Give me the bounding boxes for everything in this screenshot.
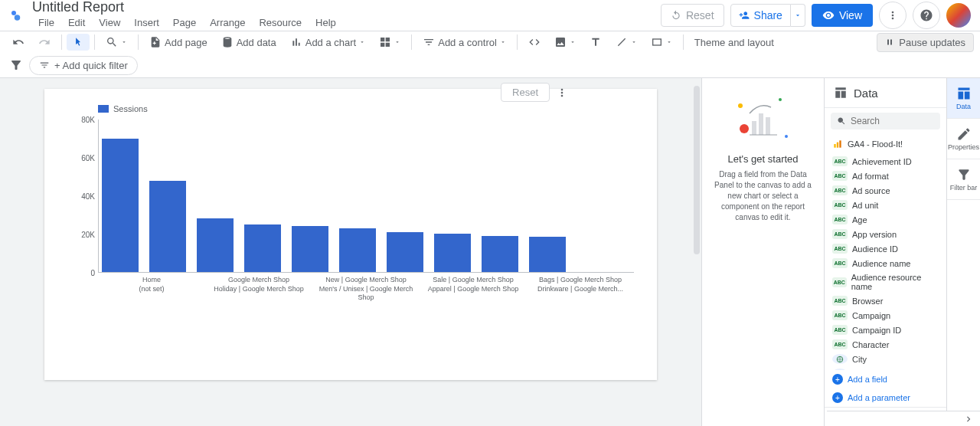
bar[interactable] [339, 228, 376, 272]
add-quick-filter[interactable]: + Add quick filter [29, 56, 138, 75]
menu-view[interactable]: View [93, 14, 126, 31]
page-nav[interactable] [827, 411, 980, 426]
field-item[interactable]: ABCAudience ID [825, 241, 946, 256]
add-control-button[interactable]: Add a control [416, 33, 512, 51]
embed-button[interactable] [522, 33, 547, 51]
chart-icon [290, 36, 302, 48]
data-source[interactable]: GA4 - Flood-It! [825, 134, 946, 154]
reset-button-top[interactable]: Reset [661, 4, 724, 27]
menu-file[interactable]: File [32, 14, 60, 31]
line-button[interactable] [609, 33, 643, 51]
report-page[interactable]: Sessions 80K 60K 40K 20K 0 HomeGoogle Me… [44, 89, 657, 380]
field-item[interactable]: ABCBrowser [825, 293, 946, 308]
filter-toggle[interactable] [9, 58, 23, 72]
menu-arrange[interactable]: Arrange [204, 14, 251, 31]
x-label: Men's / Unisex | Google Merch Shop [312, 285, 420, 303]
text-button[interactable] [583, 33, 608, 51]
redo-button[interactable] [32, 33, 57, 51]
svg-rect-13 [839, 140, 841, 147]
report-title[interactable]: Untitled Report [32, 0, 661, 15]
looker-studio-logo[interactable] [9, 8, 23, 22]
shape-button[interactable] [645, 33, 678, 51]
bar[interactable] [197, 218, 234, 272]
rail-properties[interactable]: Properties [947, 119, 980, 159]
field-item[interactable]: ABCAchievement ID [825, 154, 946, 169]
help-icon [920, 8, 933, 22]
more-vert-icon [887, 9, 899, 21]
menu-insert[interactable]: Insert [128, 14, 165, 31]
field-search[interactable] [831, 113, 940, 129]
bar[interactable] [529, 237, 566, 272]
community-viz-button[interactable] [373, 33, 407, 51]
database-icon [221, 36, 234, 48]
undo-button[interactable] [6, 33, 31, 51]
pause-icon [885, 38, 894, 47]
menu-page[interactable]: Page [167, 14, 202, 31]
abc-icon: ABC [832, 156, 848, 166]
share-button[interactable]: Share [730, 4, 791, 27]
rail-filter-bar[interactable]: Filter bar [947, 159, 980, 200]
more-options-button[interactable] [879, 2, 906, 29]
add-field-button[interactable]: + Add a field [825, 370, 946, 388]
bar[interactable] [482, 236, 518, 272]
field-item[interactable]: ABCAudience name [825, 256, 946, 270]
x-label: Holiday | Google Merch Shop [205, 285, 312, 303]
legend-swatch [98, 105, 109, 113]
menu-help[interactable]: Help [309, 14, 342, 31]
bar[interactable] [102, 139, 139, 272]
canvas-more-button[interactable] [553, 84, 571, 102]
bar[interactable] [387, 232, 423, 272]
image-button[interactable] [548, 33, 582, 51]
field-item[interactable]: ABCCharacter [825, 337, 946, 352]
menu-edit[interactable]: Edit [62, 14, 91, 31]
rail-data[interactable]: Data [947, 78, 980, 119]
field-item[interactable]: ABCCampaign ID [825, 323, 946, 337]
bar[interactable] [434, 234, 471, 272]
search-input[interactable] [851, 116, 934, 126]
select-tool[interactable] [67, 34, 90, 51]
view-button[interactable]: View [812, 4, 873, 27]
svg-point-5 [779, 98, 782, 101]
add-page-button[interactable]: Add page [143, 33, 214, 51]
field-item[interactable]: ABCAge [825, 212, 946, 227]
get-started-panel: Let's get started Drag a field from the … [701, 77, 824, 426]
field-label: Achievement ID [852, 157, 912, 166]
table-icon [956, 86, 972, 101]
bar[interactable] [292, 226, 328, 272]
field-label: Ad source [852, 186, 890, 195]
theme-layout-button[interactable]: Theme and layout [688, 34, 780, 51]
menu-resource[interactable]: Resource [253, 14, 308, 31]
bar[interactable] [244, 224, 281, 272]
abc-icon: ABC [832, 296, 848, 306]
field-label: App version [852, 230, 897, 239]
canvas-reset-button[interactable]: Reset [501, 83, 550, 102]
field-item[interactable]: City [825, 352, 946, 366]
rect-icon [651, 36, 663, 48]
field-item[interactable]: ABCAd source [825, 183, 946, 198]
canvas[interactable]: Reset Sessions 80K 60K 40K 20K 0 HomeGo [0, 77, 701, 426]
x-label: Apparel | Google Merch Shop [420, 285, 527, 303]
user-avatar[interactable] [946, 3, 971, 28]
bar[interactable] [149, 181, 186, 272]
field-item[interactable]: ABCCampaign [825, 308, 946, 323]
field-item[interactable]: ABCAd unit [825, 198, 946, 212]
field-item[interactable]: ABCAd format [825, 169, 946, 183]
pause-updates-button[interactable]: Pause updates [877, 33, 974, 52]
filter-icon [956, 167, 972, 182]
add-data-button[interactable]: Add data [215, 33, 283, 51]
field-item[interactable]: ABCApp version [825, 227, 946, 241]
svg-rect-2 [652, 39, 661, 45]
svg-point-0 [11, 11, 16, 15]
canvas-scrollbar[interactable] [692, 78, 701, 426]
bar-chart[interactable]: 80K 60K 40K 20K 0 [98, 120, 634, 273]
help-button[interactable] [913, 2, 940, 29]
add-chart-button[interactable]: Add a chart [284, 33, 372, 51]
field-item[interactable]: ABCAudience resource name [825, 270, 946, 293]
abc-icon: ABC [832, 185, 848, 195]
svg-point-3 [740, 124, 749, 133]
add-parameter-button[interactable]: + Add a parameter [825, 388, 946, 407]
undo-icon [671, 10, 681, 21]
share-dropdown[interactable] [791, 4, 805, 27]
field-label: Audience name [852, 259, 910, 268]
zoom-button[interactable] [100, 33, 133, 51]
